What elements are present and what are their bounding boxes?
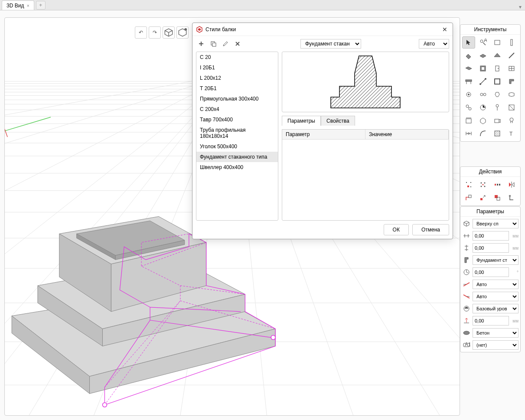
detail-tool[interactable]: [505, 101, 518, 114]
angle-input[interactable]: [473, 267, 509, 277]
view-settings-button[interactable]: [176, 26, 189, 39]
cancel-button[interactable]: Отмена: [412, 224, 449, 235]
svg-rect-62: [495, 40, 500, 45]
pipe-tool[interactable]: [505, 88, 518, 101]
elevation-input[interactable]: [473, 316, 509, 326]
style-item[interactable]: Уголок 500x400: [196, 141, 278, 152]
redo-button[interactable]: ↷: [149, 26, 161, 39]
line-tool[interactable]: [505, 49, 518, 62]
model-tool[interactable]: [476, 114, 489, 127]
profile-tool[interactable]: [505, 75, 518, 88]
hatch-tool[interactable]: [491, 127, 504, 140]
scale-action[interactable]: [476, 192, 489, 204]
offset-y-icon: [462, 244, 471, 252]
profile-select[interactable]: Фундамент ст: [473, 255, 518, 265]
close-button[interactable]: ✕: [440, 25, 449, 34]
view-cube-button[interactable]: [163, 26, 175, 39]
camera-tool[interactable]: [491, 114, 504, 127]
edge-tool[interactable]: [476, 75, 489, 88]
svg-point-54: [271, 335, 275, 340]
style-item[interactable]: С 20: [196, 52, 278, 62]
style-item[interactable]: L 200x12: [196, 73, 278, 83]
transform-action[interactable]: [462, 192, 475, 204]
add-style-button[interactable]: [196, 39, 206, 49]
unit-label: мм: [511, 234, 518, 238]
opening-tool[interactable]: [476, 62, 489, 75]
tab-properties[interactable]: Свойства: [321, 116, 355, 126]
svg-point-127: [463, 331, 470, 335]
select-tool[interactable]: [462, 36, 475, 49]
mep-tool[interactable]: [462, 88, 475, 101]
close-icon[interactable]: ×: [26, 3, 29, 8]
room-tool[interactable]: [462, 114, 475, 127]
style-item[interactable]: Т 20Б1: [196, 83, 278, 94]
spot-dim-tool[interactable]: [491, 101, 504, 114]
level-select[interactable]: Базовый уров: [473, 304, 518, 313]
fixture-tool[interactable]: [491, 88, 504, 101]
mirror-action[interactable]: [505, 179, 518, 191]
delete-style-button[interactable]: [232, 39, 243, 49]
svg-text:A1: A1: [465, 342, 470, 348]
profile-select[interactable]: Фундамент стакан: [300, 39, 361, 49]
svg-rect-76: [495, 79, 500, 84]
app-icon: [196, 26, 203, 33]
style-item[interactable]: Труба профильная 180x180x14: [196, 125, 278, 141]
panel-title: Инструменты: [460, 25, 520, 35]
slab-tool[interactable]: [476, 49, 489, 62]
style-item[interactable]: I 20Б1: [196, 62, 278, 73]
placement-icon: [462, 219, 471, 228]
svg-rect-65: [482, 67, 484, 70]
door-tool[interactable]: [491, 62, 504, 75]
style-item[interactable]: Тавр 700x400: [196, 114, 278, 125]
measure-tool[interactable]: A: [476, 36, 489, 49]
copy-action[interactable]: [491, 192, 504, 204]
undo-button[interactable]: ↶: [135, 26, 147, 39]
style-item[interactable]: Фундамент стаканного типа: [196, 152, 278, 162]
svg-rect-117: [509, 195, 511, 197]
align-action[interactable]: [491, 179, 504, 191]
wall-tool[interactable]: [491, 36, 504, 49]
aligned-dim-tool[interactable]: [476, 101, 489, 114]
offset1-input[interactable]: [473, 231, 509, 241]
view-tab[interactable]: 3D Вид ×: [2, 0, 34, 10]
duplicate-style-button[interactable]: [208, 39, 218, 49]
add-tab-button[interactable]: +: [36, 1, 46, 10]
group-tool[interactable]: [462, 101, 475, 114]
profile-icon: [462, 256, 471, 264]
cut1-select[interactable]: Авто: [473, 280, 518, 289]
table-tool[interactable]: [462, 75, 475, 88]
style-item[interactable]: Прямоугольная 300x400: [196, 94, 278, 104]
eraser-tool[interactable]: [462, 49, 475, 62]
tab-parameters[interactable]: Параметры: [282, 116, 321, 126]
svg-rect-103: [470, 186, 471, 187]
style-item[interactable]: С 200x4: [196, 104, 278, 114]
col-value: Значение: [365, 130, 449, 139]
edit-style-button[interactable]: [220, 39, 231, 49]
window-tool[interactable]: [505, 62, 518, 75]
rotate-action[interactable]: [505, 192, 518, 204]
scatter-action[interactable]: [462, 179, 475, 191]
array-action[interactable]: [476, 179, 489, 191]
ok-button[interactable]: ОК: [384, 224, 409, 235]
material-select[interactable]: Бетон: [473, 328, 518, 338]
light-tool[interactable]: [505, 114, 518, 127]
frame-tool[interactable]: [491, 75, 504, 88]
svg-point-60: [480, 40, 483, 42]
beam-tool[interactable]: [462, 62, 475, 75]
svg-point-80: [483, 93, 486, 96]
arc-tool[interactable]: [476, 127, 489, 140]
text-tool[interactable]: T: [505, 127, 518, 140]
style-list[interactable]: С 20 I 20Б1 L 200x12 Т 20Б1 Прямоугольна…: [196, 52, 278, 221]
tab-bar-menu[interactable]: ▾: [519, 4, 525, 10]
connector-tool[interactable]: [476, 88, 489, 101]
auto-select[interactable]: Авто: [419, 39, 449, 49]
column-tool[interactable]: [505, 36, 518, 49]
cut2-select[interactable]: Авто: [473, 292, 518, 301]
svg-line-40: [5, 125, 7, 137]
mark-select[interactable]: (нет): [473, 340, 518, 350]
style-item[interactable]: Швеллер 400x400: [196, 162, 278, 173]
placement-select[interactable]: Вверху сп: [473, 219, 518, 228]
offset2-input[interactable]: [473, 243, 509, 253]
roof-tool[interactable]: [491, 49, 504, 62]
dimension-tool[interactable]: [462, 127, 475, 140]
